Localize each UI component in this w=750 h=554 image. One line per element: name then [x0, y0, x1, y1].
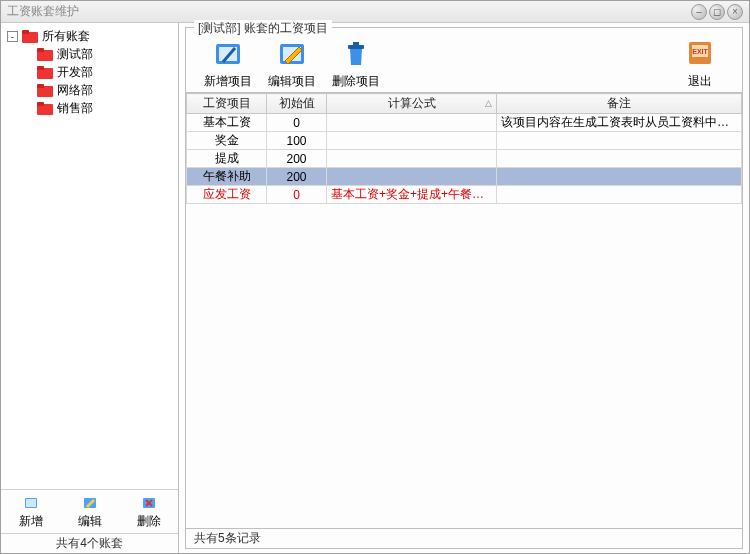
- cell-init: 100: [267, 132, 327, 150]
- cell-item: 午餐补助: [187, 168, 267, 186]
- edit-icon: [81, 494, 99, 512]
- col-item[interactable]: 工资项目: [187, 94, 267, 114]
- sort-indicator-icon: △: [485, 98, 492, 108]
- cell-remark: [497, 186, 742, 204]
- tree-item-label: 测试部: [57, 46, 93, 63]
- window-buttons: – ◻ ×: [691, 4, 743, 20]
- left-toolbar: 新增 编辑 删除: [1, 489, 178, 533]
- tree-item-label: 网络部: [57, 82, 93, 99]
- folder-icon: [37, 102, 53, 115]
- cell-formula: [327, 168, 497, 186]
- edit-item-button[interactable]: 编辑项目: [260, 37, 324, 90]
- cell-formula: 基本工资+奖金+提成+午餐补助: [327, 186, 497, 204]
- delete-item-button[interactable]: 删除项目: [324, 37, 388, 90]
- tree-item-label: 销售部: [57, 100, 93, 117]
- exit-button[interactable]: EXIT 退出: [668, 37, 732, 90]
- cell-init: 0: [267, 186, 327, 204]
- cell-remark: [497, 168, 742, 186]
- tree-root[interactable]: - 所有账套: [3, 27, 176, 45]
- left-panel: - 所有账套 测试部开发部网络部销售部 新增 编辑: [1, 23, 179, 553]
- svg-text:EXIT: EXIT: [692, 48, 708, 55]
- delete-item-icon: [339, 37, 373, 71]
- table-row[interactable]: 午餐补助200: [187, 168, 742, 186]
- close-button[interactable]: ×: [727, 4, 743, 20]
- table-row[interactable]: 基本工资0该项目内容在生成工资表时从员工资料中自动导入: [187, 114, 742, 132]
- svg-rect-10: [348, 45, 364, 49]
- svg-rect-1: [26, 499, 36, 507]
- cell-item: 提成: [187, 150, 267, 168]
- right-panel: [测试部] 账套的工资项目 新增项目 编辑项目: [179, 23, 749, 553]
- app-window: 工资账套维护 – ◻ × - 所有账套 测试部开发部网络部销售部: [0, 0, 750, 554]
- item-toolbar: 新增项目 编辑项目 删除项目: [186, 28, 742, 92]
- items-grid[interactable]: 工资项目 初始值 计算公式△ 备注 基本工资0该项目内容在生成工资表时从员工资料…: [186, 92, 742, 528]
- tree-item[interactable]: 网络部: [3, 81, 176, 99]
- add-item-icon: [211, 37, 245, 71]
- add-item-label: 新增项目: [204, 73, 252, 90]
- cell-init: 0: [267, 114, 327, 132]
- cell-formula: [327, 132, 497, 150]
- window-title: 工资账套维护: [7, 3, 691, 20]
- cell-remark: [497, 150, 742, 168]
- add-item-button[interactable]: 新增项目: [196, 37, 260, 90]
- table-header-row: 工资项目 初始值 计算公式△ 备注: [187, 94, 742, 114]
- add-icon: [22, 494, 40, 512]
- group-title: [测试部] 账套的工资项目: [194, 20, 332, 37]
- delete-item-label: 删除项目: [332, 73, 380, 90]
- salary-items-group: [测试部] 账套的工资项目 新增项目 编辑项目: [185, 27, 743, 529]
- tree-item[interactable]: 销售部: [3, 99, 176, 117]
- tree-item[interactable]: 测试部: [3, 45, 176, 63]
- cell-remark: [497, 132, 742, 150]
- folder-icon: [37, 84, 53, 97]
- delete-icon: [140, 494, 158, 512]
- cell-item: 应发工资: [187, 186, 267, 204]
- tree-item-label: 开发部: [57, 64, 93, 81]
- table-row[interactable]: 提成200: [187, 150, 742, 168]
- edit-account-button[interactable]: 编辑: [60, 490, 119, 533]
- cell-formula: [327, 114, 497, 132]
- tree-item[interactable]: 开发部: [3, 63, 176, 81]
- folder-icon: [37, 66, 53, 79]
- cell-item: 奖金: [187, 132, 267, 150]
- delete-account-button[interactable]: 删除: [119, 490, 178, 533]
- exit-label: 退出: [688, 73, 712, 90]
- table-row[interactable]: 奖金100: [187, 132, 742, 150]
- titlebar: 工资账套维护 – ◻ ×: [1, 1, 749, 23]
- folder-icon: [22, 30, 38, 43]
- col-init[interactable]: 初始值: [267, 94, 327, 114]
- folder-icon: [37, 48, 53, 61]
- expand-icon[interactable]: -: [7, 31, 18, 42]
- right-status: 共有5条记录: [185, 529, 743, 549]
- exit-icon: EXIT: [683, 37, 717, 71]
- col-formula[interactable]: 计算公式△: [327, 94, 497, 114]
- minimize-button[interactable]: –: [691, 4, 707, 20]
- edit-item-icon: [275, 37, 309, 71]
- left-status: 共有4个账套: [1, 533, 178, 553]
- col-remark[interactable]: 备注: [497, 94, 742, 114]
- maximize-button[interactable]: ◻: [709, 4, 725, 20]
- add-account-button[interactable]: 新增: [1, 490, 60, 533]
- cell-formula: [327, 150, 497, 168]
- table-row[interactable]: 应发工资0基本工资+奖金+提成+午餐补助: [187, 186, 742, 204]
- cell-init: 200: [267, 168, 327, 186]
- delete-label: 删除: [137, 513, 161, 530]
- cell-init: 200: [267, 150, 327, 168]
- edit-label: 编辑: [78, 513, 102, 530]
- edit-item-label: 编辑项目: [268, 73, 316, 90]
- body: - 所有账套 测试部开发部网络部销售部 新增 编辑: [1, 23, 749, 553]
- svg-rect-11: [353, 42, 359, 45]
- items-table: 工资项目 初始值 计算公式△ 备注 基本工资0该项目内容在生成工资表时从员工资料…: [186, 93, 742, 204]
- account-tree[interactable]: - 所有账套 测试部开发部网络部销售部: [1, 23, 178, 489]
- add-label: 新增: [19, 513, 43, 530]
- tree-root-label: 所有账套: [42, 28, 90, 45]
- cell-item: 基本工资: [187, 114, 267, 132]
- cell-remark: 该项目内容在生成工资表时从员工资料中自动导入: [497, 114, 742, 132]
